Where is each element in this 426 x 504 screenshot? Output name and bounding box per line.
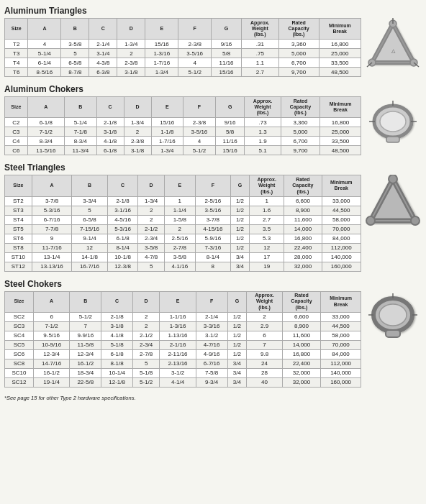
cell-2-2: 8-3/4 — [64, 137, 96, 146]
cell-2-10: 33,500 — [319, 58, 361, 68]
cell-3-7: 1/2 — [230, 224, 249, 234]
table-row: ST699-1/46-1/82-3/42-5/165-9/161/25.316,… — [5, 234, 361, 243]
col-header-2: B — [70, 291, 101, 312]
cell-4-6: 4-9/16 — [196, 349, 227, 359]
cell-1-2: 7 — [70, 321, 101, 331]
cell-4-9: 16,800 — [282, 349, 320, 359]
cell-7-8: 19 — [250, 262, 284, 271]
table-row: ST35-3/1653-1/1621-1/43-5/161/21.68,9004… — [5, 206, 361, 215]
cell-2-2: 6-5/8 — [72, 215, 107, 224]
cell-6-8: 17 — [250, 252, 284, 262]
cell-2-7: 11/16 — [215, 137, 245, 146]
col-header-4: D — [124, 97, 151, 118]
cell-4-4: 2-3/4 — [138, 234, 164, 243]
cell-0-7: 1/2 — [230, 196, 249, 206]
cell-5-7: 1/2 — [230, 243, 249, 252]
cell-6-1: 16-1/2 — [33, 368, 69, 377]
svg-point-21 — [379, 304, 407, 326]
cell-0-8: .73 — [245, 118, 281, 127]
cell-5-4: 5 — [133, 359, 160, 368]
cell-2-8: 2.7 — [250, 215, 284, 224]
cell-6-5: 3-5/8 — [164, 252, 195, 262]
cell-1-3: 3-1/8 — [96, 127, 124, 137]
table-row: C37-1/27-1/83-1/821-1/83-5/165/81.35,000… — [5, 127, 361, 137]
cell-1-9: 8,900 — [282, 321, 320, 331]
cell-4-1: 9 — [32, 234, 72, 243]
table-row: ST1013-1/414-1/810-1/84-7/83-5/88-1/43/4… — [5, 252, 361, 262]
col-header-2: B — [61, 19, 89, 40]
cell-0-9: 3,360 — [278, 40, 319, 49]
cell-3-1: 8-5/16 — [28, 68, 61, 77]
cell-1-6: 3-3/16 — [196, 321, 227, 331]
cell-1-9: 5,000 — [281, 127, 320, 137]
cell-1-1: 5-1/4 — [28, 49, 61, 58]
cell-0-8: 1 — [250, 196, 284, 206]
cell-2-3: 4-5/16 — [107, 215, 138, 224]
cell-1-4: 2 — [138, 206, 164, 215]
cell-6-9: 28,000 — [284, 252, 322, 262]
cell-3-9: 9,700 — [281, 146, 320, 155]
section-aluminum-triangles: Aluminum TrianglesSizeABCDEFGApprox.Weig… — [4, 6, 422, 77]
cell-7-10: 160,000 — [322, 262, 361, 271]
cell-2-4: 2-3/8 — [117, 58, 145, 68]
cell-6-7: 3/4 — [227, 368, 247, 377]
cell-7-2: 16-7/16 — [72, 262, 107, 271]
table-row: T35-1/453-1/421-3/163-5/165/8.755,00025,… — [5, 49, 361, 58]
cell-0-5: 1-1/16 — [160, 312, 196, 321]
cell-1-7: 5/8 — [215, 127, 245, 137]
col-header-7: G — [227, 291, 247, 312]
col-header-2: B — [72, 175, 107, 196]
cell-2-6: 3-7/8 — [195, 215, 230, 224]
cell-0-6: 2-3/8 — [178, 40, 212, 49]
cell-4-7: 1/2 — [227, 349, 247, 359]
cell-1-3: 3-1/4 — [89, 49, 117, 58]
cell-5-10: 112,000 — [322, 243, 361, 252]
col-header-3: C — [89, 19, 117, 40]
cell-5-6: 7-3/16 — [195, 243, 230, 252]
cell-1-2: 5 — [61, 49, 89, 58]
cell-5-3: 8-1/8 — [101, 359, 133, 368]
col-header-10: MinimumBreak — [322, 175, 361, 196]
section-title-steel-chokers: Steel Chokers — [4, 279, 422, 289]
cell-0-3: 2-1/4 — [89, 40, 117, 49]
cell-6-6: 8-1/4 — [195, 252, 230, 262]
col-header-1: A — [33, 291, 69, 312]
cell-2-0: SC4 — [5, 331, 34, 340]
cell-0-3: 2-1/8 — [107, 196, 138, 206]
cell-3-0: ST5 — [5, 224, 32, 234]
cell-2-4: 2 — [138, 215, 164, 224]
cell-4-7: 1/2 — [230, 234, 249, 243]
cell-1-5: 1-1/4 — [164, 206, 195, 215]
cell-4-1: 12-3/4 — [33, 349, 69, 359]
cell-3-4: 3-1/8 — [124, 146, 151, 155]
table-row: T46-1/46-5/84-3/82-3/81-7/16411/161.16,7… — [5, 58, 361, 68]
cell-2-5: 1-5/8 — [164, 215, 195, 224]
cell-6-4: 5-1/8 — [133, 368, 160, 377]
cell-7-2: 22-5/8 — [70, 377, 101, 387]
cell-2-9: 11,600 — [284, 215, 322, 224]
cell-0-0: C2 — [5, 118, 28, 127]
cell-2-6: 3-1/2 — [196, 331, 227, 340]
cell-1-6: 3-5/16 — [195, 206, 230, 215]
table-row: ST1213-13/1616-7/1612-3/854-1/1683/41932… — [5, 262, 361, 271]
cell-3-2: 11-5/8 — [70, 340, 101, 349]
cell-5-3: 8-1/4 — [107, 243, 138, 252]
cell-0-0: SC2 — [5, 312, 34, 321]
cell-4-5: 2-11/16 — [160, 349, 196, 359]
col-header-9: RatedCapacity(lbs.) — [284, 175, 322, 196]
cell-1-0: ST3 — [5, 206, 32, 215]
cell-3-4: 2-1/2 — [138, 224, 164, 234]
cell-3-1: 7-7/8 — [32, 224, 72, 234]
cell-1-10: 44,500 — [321, 321, 361, 331]
cell-6-2: 18-3/4 — [70, 368, 101, 377]
cell-7-10: 160,000 — [321, 377, 361, 387]
cell-7-3: 12-1/8 — [101, 377, 133, 387]
col-header-4: D — [117, 19, 145, 40]
cell-4-2: 12-3/4 — [70, 349, 101, 359]
cell-2-7: 1/2 — [230, 215, 249, 224]
cell-7-0: ST12 — [5, 262, 32, 271]
cell-0-3: 2-1/8 — [101, 312, 133, 321]
cell-3-5: 1-3/4 — [145, 68, 178, 77]
cell-2-2: 9-9/16 — [70, 331, 101, 340]
cell-2-4: 2-3/8 — [124, 137, 151, 146]
